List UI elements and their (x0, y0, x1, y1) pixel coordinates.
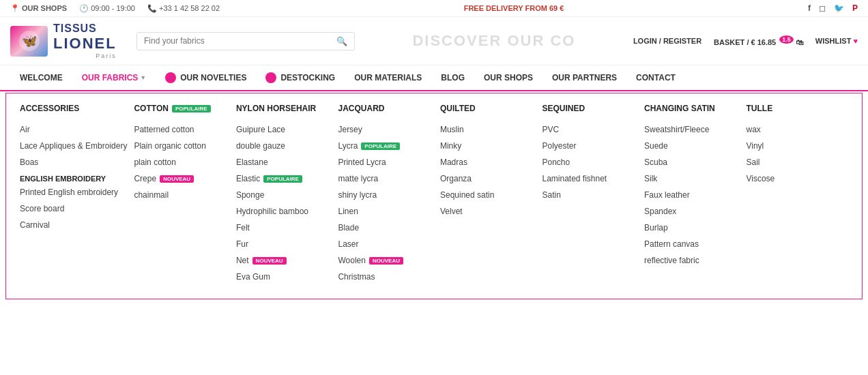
nav-shops[interactable]: OUR SHOPS (474, 66, 542, 89)
list-item[interactable]: Eva Gum (236, 269, 332, 285)
list-item[interactable]: Madras (440, 154, 536, 170)
chevron-down-icon: ▼ (140, 74, 146, 81)
list-item[interactable]: Elastane (236, 154, 332, 170)
pinterest-icon[interactable]: P (852, 3, 858, 13)
list-item[interactable]: Printed English embroidery (20, 184, 127, 200)
list-item[interactable]: Guipure Lace (236, 121, 332, 138)
instagram-icon[interactable]: ◻ (819, 3, 826, 13)
list-item[interactable]: Organza (440, 170, 536, 187)
list-item[interactable]: Polyester (542, 138, 637, 154)
header: 🦋 TISSUS LIONEL Paris 🔍 DISCOVER OUR CO … (0, 17, 868, 65)
list-item[interactable]: LycraPOPULAIRE (338, 138, 433, 154)
list-item: ENGLISH EMBROIDERY (20, 175, 127, 183)
list-item[interactable]: Pattern canvas (644, 236, 740, 252)
search-input[interactable] (144, 36, 333, 46)
list-item[interactable]: Score board (20, 200, 127, 217)
list-item[interactable]: Fur (236, 236, 332, 252)
list-item[interactable]: Sponge (236, 187, 332, 203)
col-header-1: COTTONPOPULAIRE (134, 104, 229, 113)
list-item[interactable]: Linen (338, 203, 433, 220)
list-item[interactable]: Sail (746, 154, 841, 170)
basket-icon: 🛍 (796, 38, 803, 46)
list-item[interactable]: Suede (644, 138, 740, 154)
logo[interactable]: 🦋 TISSUS LIONEL Paris (10, 22, 126, 59)
list-item[interactable]: Sequined satin (440, 187, 536, 203)
list-item[interactable]: Muslin (440, 121, 536, 138)
list-item[interactable]: Patterned cotton (134, 121, 229, 138)
list-item[interactable]: shiny lycra (338, 187, 433, 203)
wishlist-button[interactable]: WISHLIST ♥ (815, 37, 858, 45)
hours: 🕐 09:00 - 19:00 (79, 4, 135, 13)
list-item[interactable]: Burlap (644, 220, 740, 236)
nav-our-fabrics[interactable]: OUR FABRICS ▼ (72, 66, 156, 89)
pin-icon: 📍 (10, 4, 20, 12)
destocking-badge-icon (265, 72, 276, 83)
list-item[interactable]: wax (746, 121, 841, 138)
list-item[interactable]: Air (20, 121, 127, 138)
list-item[interactable]: Carnival (20, 217, 127, 233)
nav-partners[interactable]: OUR PARTNERS (542, 66, 626, 89)
list-item[interactable]: plain cotton (134, 154, 229, 170)
list-item[interactable]: Vinyl (746, 138, 841, 154)
phone-icon: 📞 (147, 4, 157, 12)
list-item[interactable]: Printed Lycra (338, 154, 433, 170)
list-item[interactable]: Christmas (338, 269, 433, 285)
list-item[interactable]: chainmail (134, 187, 229, 203)
list-item[interactable]: Boas (20, 154, 127, 170)
nouveau-badge: NOUVEAU (160, 175, 194, 183)
list-item[interactable]: Faux leather (644, 187, 740, 203)
dropdown-col-0: ACCESSORIESAirLace Appliques & Embroider… (20, 104, 134, 285)
nav-blog[interactable]: BLOG (431, 66, 474, 89)
list-item[interactable]: CrepeNOUVEAU (134, 170, 229, 187)
list-item[interactable]: NetNOUVEAU (236, 252, 332, 269)
list-item[interactable]: Satin (542, 187, 637, 203)
list-item[interactable]: Scuba (644, 154, 740, 170)
list-item[interactable]: Poncho (542, 154, 637, 170)
list-item[interactable]: Hydrophilic bamboo (236, 203, 332, 220)
login-button[interactable]: LOGIN / REGISTER (633, 37, 701, 45)
clock-icon: 🕐 (79, 4, 89, 12)
list-item[interactable]: Viscose (746, 170, 841, 187)
populaire-badge: POPULAIRE (361, 142, 400, 150)
nav-novelties[interactable]: OUR NOVELTIES (156, 65, 256, 90)
nav-contact[interactable]: CONTACT (626, 66, 685, 89)
list-item[interactable]: Lace Appliques & Embroidery (20, 138, 127, 154)
novelties-badge-icon (165, 72, 176, 83)
top-bar-left: 📍 OUR SHOPS 🕐 09:00 - 19:00 📞 +33 1 42 5… (10, 4, 220, 13)
nav-welcome[interactable]: WELCOME (10, 66, 72, 89)
list-item[interactable]: Blade (338, 220, 433, 236)
nouveau-badge: NOUVEAU (252, 257, 287, 265)
list-item[interactable]: PVC (542, 121, 637, 138)
list-item[interactable]: ElasticPOPULAIRE (236, 170, 332, 187)
twitter-icon[interactable]: 🐦 (834, 3, 844, 13)
list-item[interactable]: Felt (236, 220, 332, 236)
list-item[interactable]: Spandex (644, 203, 740, 220)
logo-image: 🦋 (10, 26, 48, 57)
list-item[interactable]: reflective fabric (644, 252, 740, 269)
list-item[interactable]: matte lycra (338, 170, 433, 187)
list-item[interactable]: Velvet (440, 203, 536, 220)
dropdown-col-3: JACQUARDJerseyLycraPOPULAIREPrinted Lycr… (338, 104, 440, 285)
list-item[interactable]: Sweatshirt/Fleece (644, 121, 740, 138)
list-item[interactable]: Plain organic cotton (134, 138, 229, 154)
header-right: LOGIN / REGISTER BASKET / € 16.85 1.5 🛍 … (633, 36, 858, 46)
nav-materials[interactable]: OUR MATERIALS (345, 66, 431, 89)
delivery-banner: FREE DELIVERY FROM 69 € (464, 4, 564, 12)
list-item[interactable]: Jersey (338, 121, 433, 138)
list-item[interactable]: Laminated fishnet (542, 170, 637, 187)
fabrics-dropdown: ACCESSORIESAirLace Appliques & Embroider… (5, 93, 863, 299)
facebook-icon[interactable]: f (808, 3, 811, 13)
shops-link[interactable]: 📍 OUR SHOPS (10, 4, 67, 13)
basket-button[interactable]: BASKET / € 16.85 1.5 🛍 (714, 36, 803, 46)
col-header-6: CHANGING SATIN (644, 104, 740, 113)
search-bar[interactable]: 🔍 (136, 32, 355, 50)
list-item[interactable]: Minky (440, 138, 536, 154)
list-item[interactable]: Silk (644, 170, 740, 187)
nav-destocking[interactable]: DESTOCKING (256, 65, 345, 90)
list-item[interactable]: Laser (338, 236, 433, 252)
list-item[interactable]: double gauze (236, 138, 332, 154)
list-item[interactable]: WoolenNOUVEAU (338, 252, 433, 269)
col-header-3: JACQUARD (338, 104, 433, 113)
top-bar: 📍 OUR SHOPS 🕐 09:00 - 19:00 📞 +33 1 42 5… (0, 0, 868, 17)
dropdown-col-1: COTTONPOPULAIREPatterned cottonPlain org… (134, 104, 236, 285)
